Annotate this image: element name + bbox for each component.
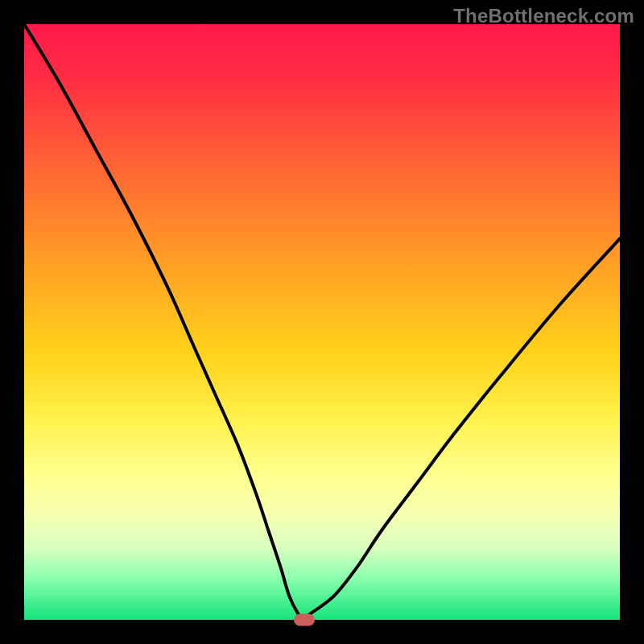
curve-layer (24, 24, 620, 620)
chart-frame: TheBottleneck.com (0, 0, 644, 644)
watermark: TheBottleneck.com (453, 5, 634, 27)
optimum-marker (294, 614, 315, 626)
bottleneck-curve (24, 24, 620, 620)
